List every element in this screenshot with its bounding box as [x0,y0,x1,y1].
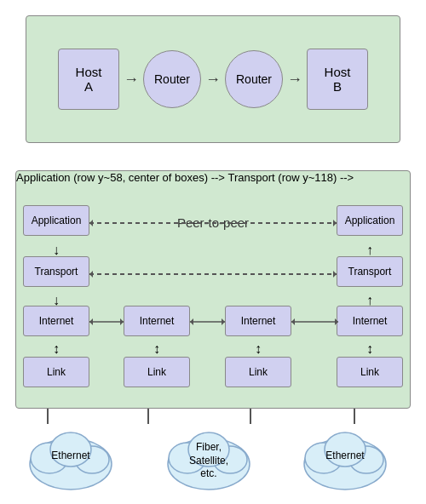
col1-internet-box: Internet [23,306,89,336]
col2-internet-link-arrow: ↕ [124,341,190,357]
router-2-circle: Router [225,50,283,108]
svg-marker-11 [190,318,193,325]
cloud-right-label: Ethernet [298,450,392,461]
col2-link-box: Link [124,357,190,387]
col2-internet-box: Internet [124,306,190,336]
col1-internet-link-arrow: ↕ [23,341,89,357]
cloud-left: Ethernet [24,417,118,495]
col1-transport-box: Transport [23,256,89,287]
col3-internet-box: Internet [225,306,291,336]
app-dashed-arrow [89,215,337,231]
svg-marker-8 [89,318,93,325]
col4-transport-box: Transport [337,256,403,287]
col4-internet-box: Internet [337,306,403,336]
cloud-left-label: Ethernet [24,450,118,461]
cloud-middle: Fiber,Satellite,etc. [162,417,256,495]
col1-link-box: Link [23,357,89,387]
internet-line-2-3 [190,316,225,328]
router-2-label: Router [236,72,272,86]
internet-line-1-2 [89,316,124,328]
transport-dashed-arrow [89,266,337,282]
arrow-2: → [201,71,225,89]
svg-marker-4 [89,271,93,278]
host-a-label: Host A [76,65,102,94]
host-b-label: Host B [325,65,351,94]
svg-marker-10 [222,318,225,325]
router-1-label: Router [154,72,190,86]
arrow-1: → [119,71,143,89]
col3-internet-link-arrow: ↕ [225,341,291,357]
col3-link-box: Link [225,357,291,387]
col4-link-box: Link [337,357,403,387]
svg-marker-5 [333,271,337,278]
col4-internet-link-arrow: ↕ [337,341,403,357]
col1-app-box: Application [23,205,89,236]
router-1-circle: Router [143,50,201,108]
col4-app-box: Application [337,205,403,236]
host-b-box: Host B [307,49,368,110]
svg-marker-2 [333,220,337,226]
svg-marker-7 [120,318,124,325]
arrow-3: → [283,71,307,89]
internet-line-3-4 [291,316,338,328]
svg-marker-1 [89,220,93,226]
vert-line-col2 [147,409,149,424]
svg-marker-13 [335,318,338,325]
svg-marker-14 [291,318,295,325]
cloud-middle-label: Fiber,Satellite,etc. [162,441,256,481]
cloud-right: Ethernet [298,417,392,495]
top-diagram: Host A → Router → Router → Host B [26,15,400,143]
bottom-diagram: Peer-to-peer Application ↓ Transport ↓ I… [15,170,411,409]
host-a-box: Host A [58,49,119,110]
